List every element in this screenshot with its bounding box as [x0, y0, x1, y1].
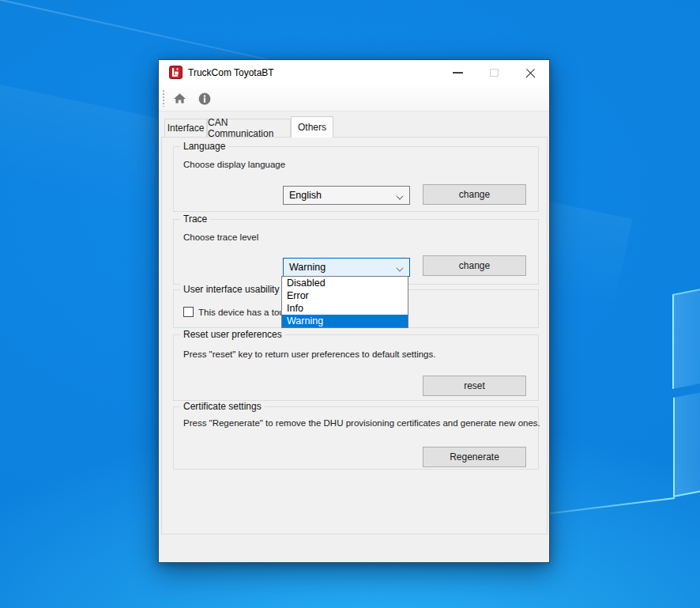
group-trace: Trace Choose trace level Warning change	[173, 219, 539, 285]
dropdown-option-info[interactable]: Info	[282, 302, 408, 315]
touch-checkbox-label: This device has a touc	[198, 308, 288, 317]
dropdown-option-disabled[interactable]: Disabled	[282, 277, 408, 289]
toolbar	[159, 85, 549, 111]
toolbar-grip-icon[interactable]	[163, 90, 164, 107]
tab-page-others: Language Choose display language English…	[161, 137, 548, 534]
home-icon	[173, 92, 186, 105]
tab-interface[interactable]: Interface	[164, 119, 207, 138]
language-combobox[interactable]: English	[283, 186, 410, 205]
touch-checkbox[interactable]	[183, 307, 194, 317]
windows-logo-pane	[672, 289, 700, 389]
info-button[interactable]	[198, 92, 211, 105]
group-title: Language	[180, 141, 228, 152]
combo-value: Warning	[289, 262, 326, 273]
tab-label: Others	[298, 122, 326, 133]
trace-dropdown-list: Disabled Error Info Warning	[281, 276, 408, 328]
reset-description: Press "reset" key to return user prefere…	[183, 349, 435, 359]
dropdown-option-error[interactable]: Error	[282, 289, 408, 302]
tab-can-communication[interactable]: CAN Communication	[207, 119, 291, 138]
chevron-down-icon	[397, 265, 403, 271]
group-language: Language Choose display language English…	[173, 146, 539, 212]
close-button[interactable]	[512, 60, 548, 85]
group-title: Trace	[180, 213, 210, 225]
windows-logo-pane	[673, 392, 700, 497]
regenerate-button[interactable]: Regenerate	[423, 447, 526, 467]
app-window: TruckCom ToyotaBT	[158, 59, 550, 563]
language-change-button[interactable]: change	[423, 184, 526, 205]
tab-label: Interface	[167, 123, 205, 134]
maximize-icon	[490, 69, 499, 77]
button-label: Regenerate	[450, 451, 499, 463]
group-title: Reset user preferences	[180, 329, 285, 340]
chevron-down-icon	[397, 193, 403, 199]
title-bar[interactable]: TruckCom ToyotaBT	[159, 60, 549, 85]
button-label: change	[459, 189, 490, 200]
close-icon	[525, 67, 536, 79]
reset-button[interactable]: reset	[423, 376, 526, 396]
home-button[interactable]	[173, 92, 186, 105]
maximize-button[interactable]	[476, 60, 512, 85]
dropdown-option-warning[interactable]: Warning	[282, 315, 408, 327]
trace-change-button[interactable]: change	[423, 255, 526, 276]
combo-value: English	[289, 190, 322, 201]
minimize-button[interactable]	[439, 60, 476, 85]
trace-combobox[interactable]: Warning	[283, 258, 410, 277]
minimize-icon	[453, 72, 463, 74]
group-reset: Reset user preferences Press "reset" key…	[173, 334, 539, 401]
window-title: TruckCom ToyotaBT	[188, 67, 274, 78]
app-icon	[169, 66, 183, 79]
group-certificate: Certificate settings Press "Regenerate" …	[173, 406, 539, 470]
button-label: change	[459, 260, 490, 271]
language-description: Choose display language	[183, 160, 285, 169]
group-title: Certificate settings	[180, 401, 265, 412]
certificate-description: Press "Regenerate" to remove the DHU pro…	[183, 418, 540, 428]
button-label: reset	[464, 380, 485, 391]
trace-description: Choose trace level	[183, 232, 258, 242]
tab-others[interactable]: Others	[291, 116, 333, 138]
desktop: TruckCom ToyotaBT	[0, 0, 700, 608]
group-title: User interface usability	[180, 284, 282, 295]
tab-label: CAN Communication	[208, 117, 290, 139]
info-icon	[198, 93, 211, 105]
